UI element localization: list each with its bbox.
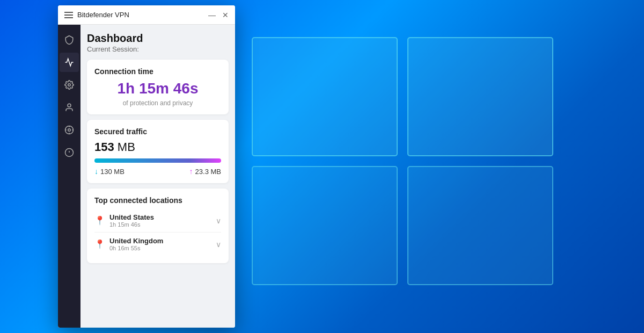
location-time-us: 1h 15m 46s: [109, 221, 154, 228]
dashboard-title: Dashboard: [87, 32, 229, 45]
location-chevron-us[interactable]: ∨: [216, 216, 221, 225]
sidebar-item-gear-alt[interactable]: [60, 120, 79, 140]
sidebar-item-shield[interactable]: [60, 30, 79, 49]
window-title: Bitdefender VPN: [77, 11, 129, 19]
location-left-uk: 📍 United Kingdom 0h 16m 55s: [94, 237, 163, 251]
title-controls: — ✕: [208, 11, 229, 19]
connection-time-value: 1h 15m 46s: [94, 80, 221, 97]
location-info-uk: United Kingdom 0h 16m 55s: [109, 237, 163, 251]
sidebar-item-settings[interactable]: [60, 75, 79, 95]
traffic-total: 153 MB: [94, 140, 221, 154]
sidebar-item-account[interactable]: [60, 98, 79, 117]
svg-point-5: [68, 104, 71, 107]
location-item-us[interactable]: 📍 United States 1h 15m 46s ∨: [94, 209, 221, 233]
close-button[interactable]: ✕: [222, 11, 229, 19]
app-window: Bitdefender VPN — ✕: [58, 5, 235, 328]
traffic-bar: [94, 158, 221, 163]
connection-time-card: Connection time 1h 15m 46s of protection…: [87, 60, 229, 114]
top-locations-card: Top connected locations 📍 United States …: [87, 189, 229, 263]
download-value: 130 MB: [100, 168, 125, 176]
location-name-uk: United Kingdom: [109, 237, 163, 245]
secured-traffic-title: Secured traffic: [94, 127, 221, 136]
sidebar-item-activity[interactable]: [60, 53, 79, 72]
download-arrow-icon: ↓: [94, 167, 98, 176]
traffic-download: ↓ 130 MB: [94, 167, 125, 176]
traffic-total-number: 153: [94, 140, 114, 154]
location-pin-icon-uk: 📍: [94, 239, 105, 249]
traffic-unit: MB: [118, 140, 135, 154]
upload-value: 23.3 MB: [195, 168, 221, 176]
svg-point-7: [68, 129, 71, 132]
main-content: Dashboard Current Session: Connection ti…: [58, 25, 235, 328]
location-pin-icon-us: 📍: [94, 215, 105, 226]
svg-rect-1: [408, 38, 553, 156]
windows-logo: [247, 32, 558, 295]
location-info-us: United States 1h 15m 46s: [109, 213, 154, 228]
hamburger-menu-icon[interactable]: [64, 12, 73, 18]
upload-arrow-icon: ↑: [189, 167, 193, 176]
desktop-background: Bitdefender VPN — ✕: [0, 0, 644, 333]
svg-rect-3: [408, 166, 553, 285]
connection-time-sub: of protection and privacy: [94, 99, 221, 107]
location-left-us: 📍 United States 1h 15m 46s: [94, 213, 154, 228]
title-bar: Bitdefender VPN — ✕: [58, 5, 235, 25]
svg-rect-2: [252, 166, 397, 285]
location-name-us: United States: [109, 213, 154, 221]
traffic-upload: ↑ 23.3 MB: [189, 167, 221, 176]
content-panel: Dashboard Current Session: Connection ti…: [80, 25, 235, 328]
title-bar-left: Bitdefender VPN: [64, 11, 129, 19]
top-locations-title: Top connected locations: [94, 196, 221, 205]
svg-rect-0: [252, 38, 397, 156]
sidebar: [58, 25, 80, 328]
sidebar-item-info[interactable]: [60, 143, 79, 162]
location-chevron-uk[interactable]: ∨: [216, 240, 221, 249]
dashboard-header: Dashboard Current Session:: [87, 32, 229, 53]
minimize-button[interactable]: —: [208, 11, 216, 19]
secured-traffic-card: Secured traffic 153 MB ↓ 130 MB ↑ 23.: [87, 120, 229, 183]
location-item-uk[interactable]: 📍 United Kingdom 0h 16m 55s ∨: [94, 233, 221, 256]
dashboard-subtitle: Current Session:: [87, 45, 229, 53]
connection-time-title: Connection time: [94, 67, 221, 76]
traffic-stats: ↓ 130 MB ↑ 23.3 MB: [94, 167, 221, 176]
location-time-uk: 0h 16m 55s: [109, 245, 163, 251]
svg-point-4: [68, 84, 71, 86]
